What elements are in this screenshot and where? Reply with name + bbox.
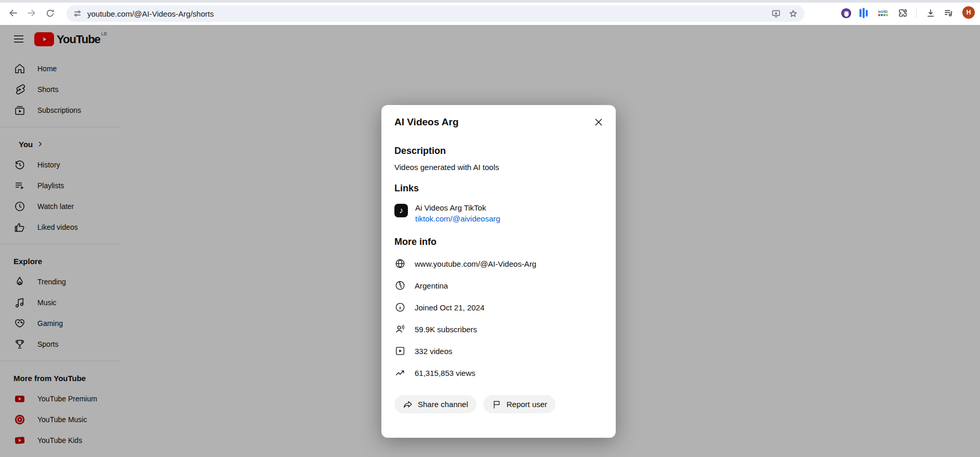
download-icon	[925, 8, 936, 18]
privacy-extension-icon[interactable]	[840, 7, 852, 19]
media-playlist-button[interactable]	[943, 7, 954, 19]
url-text: youtube.com/@AI-Videos-Arg/shorts	[87, 9, 771, 18]
forward-arrow-icon	[26, 8, 36, 18]
info-row-joined: Joined Oct 21, 2024	[394, 296, 603, 318]
more-info-heading: More info	[394, 237, 603, 247]
browser-toolbar: youtube.com/@AI-Videos-Arg/shorts InVID …	[0, 0, 980, 25]
report-user-button[interactable]: Report user	[483, 395, 555, 413]
reload-button[interactable]	[43, 6, 57, 20]
trending-views-icon	[394, 367, 406, 378]
playlist-music-icon	[943, 8, 953, 18]
dialog-close-button[interactable]	[591, 114, 606, 130]
tab-strip	[0, 0, 980, 3]
back-arrow-icon	[8, 8, 19, 18]
country-globe-icon	[394, 280, 406, 291]
dialog-actions: Share channel Report user	[394, 395, 603, 413]
info-row-subscribers: 59.9K subscribers	[394, 318, 603, 340]
close-icon	[593, 116, 604, 128]
bookmark-star-icon[interactable]	[788, 9, 798, 19]
info-subscribers: 59.9K subscribers	[415, 325, 477, 334]
info-row-views: 61,315,853 views	[394, 362, 603, 384]
more-info-list: www.youtube.com/@AI-Videos-Arg Argentina…	[394, 253, 603, 384]
info-circle-icon	[394, 302, 406, 313]
puzzle-icon	[897, 8, 908, 18]
info-country: Argentina	[415, 281, 448, 290]
extensions-puzzle-icon[interactable]	[897, 7, 908, 19]
info-joined: Joined Oct 21, 2024	[415, 303, 484, 312]
back-button[interactable]	[7, 6, 20, 20]
dialog-title: AI Videos Arg	[394, 116, 603, 128]
tiktok-link-row[interactable]: ♪ Ai Videos Arg TikTok tiktok.com/@aivid…	[394, 202, 603, 224]
info-row-country: Argentina	[394, 275, 603, 296]
forward-button[interactable]	[24, 6, 38, 20]
address-bar[interactable]: youtube.com/@AI-Videos-Arg/shorts	[67, 5, 804, 22]
links-heading: Links	[394, 183, 603, 194]
globe-icon	[394, 258, 406, 269]
info-row-videos: 332 videos	[394, 340, 603, 362]
install-app-icon[interactable]	[771, 9, 781, 19]
browser-profile-avatar[interactable]: H	[962, 6, 975, 19]
invid-extension-icon[interactable]: InVID	[877, 7, 889, 19]
tiktok-link-title: Ai Videos Arg TikTok	[415, 202, 500, 213]
reload-icon	[45, 8, 55, 18]
description-text: Videos generated with AI tools	[394, 163, 603, 172]
tiktok-icon: ♪	[394, 204, 408, 217]
info-videos: 332 videos	[415, 347, 453, 356]
share-channel-label: Share channel	[418, 400, 468, 409]
about-channel-dialog: AI Videos Arg Description Videos generat…	[381, 105, 616, 438]
info-row-website: www.youtube.com/@AI-Videos-Arg	[394, 253, 603, 275]
videos-icon	[394, 345, 406, 357]
tiktok-link-url[interactable]: tiktok.com/@aivideosarg	[415, 213, 500, 224]
subscribers-icon	[394, 323, 406, 335]
site-info-icon[interactable]	[73, 9, 82, 18]
equalizer-extension-icon[interactable]	[858, 7, 870, 19]
toolbar-separator	[916, 7, 917, 18]
report-user-label: Report user	[507, 400, 547, 409]
info-website: www.youtube.com/@AI-Videos-Arg	[415, 259, 536, 268]
info-views: 61,315,853 views	[415, 369, 475, 377]
share-channel-button[interactable]: Share channel	[394, 395, 476, 413]
downloads-button[interactable]	[925, 7, 936, 19]
share-icon	[403, 399, 413, 410]
flag-icon	[492, 399, 502, 410]
description-heading: Description	[394, 146, 603, 156]
